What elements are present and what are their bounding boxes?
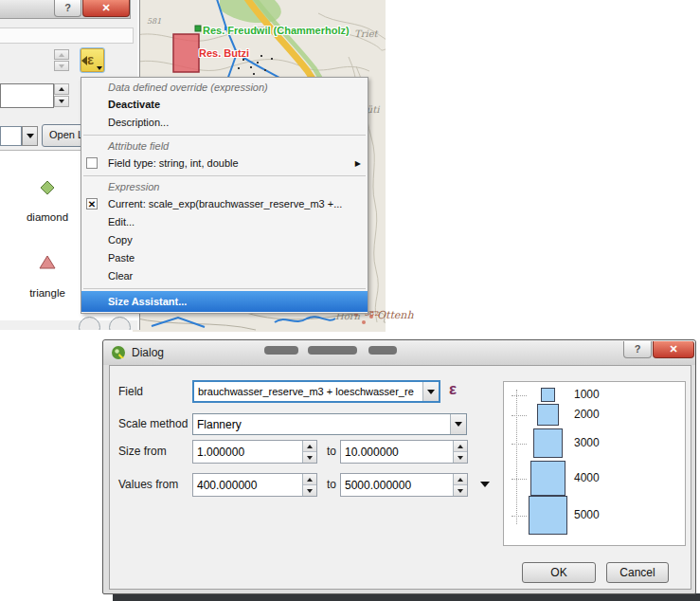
preview-value-label: 3000	[574, 436, 600, 449]
values-from-value: 400.000000	[197, 479, 257, 492]
map-annotation: Triet	[354, 28, 378, 39]
preview-square-1000	[541, 388, 555, 402]
to-label: to	[327, 445, 336, 458]
values-from-label: Values from	[118, 478, 178, 491]
help-button[interactable]: ?	[623, 341, 652, 358]
titlebar-smudge	[368, 346, 397, 355]
menu-item-label: Size Assistant...	[108, 296, 187, 307]
preview-square-2000	[537, 404, 559, 426]
menu-item-label: Current: scale_exp(brauchwasser_reserve_…	[108, 198, 342, 209]
menu-header-expression: Expression	[81, 178, 368, 195]
preview-leader	[512, 395, 527, 396]
preview-value-label: 4000	[574, 471, 600, 484]
preview-square-5000	[529, 496, 567, 535]
menu-item-deactivate[interactable]: Deactivate	[81, 96, 368, 114]
size-from-label: Size from	[118, 445, 167, 458]
menu-header-attribute-field: Attribute field	[81, 137, 368, 155]
screen: Res. Freudwil (Chammerholz)Res. Butzi 58…	[0, 0, 700, 601]
menu-item-label: Clear	[108, 270, 133, 282]
unit-combobox-arrow[interactable]	[22, 126, 38, 146]
override-menu: Data defined override (expression)Deacti…	[81, 77, 368, 314]
titlebar-smudge	[308, 346, 357, 355]
preview-value-label: 5000	[574, 508, 600, 521]
field-combobox-arrow[interactable]	[422, 382, 439, 401]
checked-checkbox[interactable]: ✕	[86, 198, 98, 209]
menu-item-description[interactable]: Description...	[81, 114, 368, 132]
size-from-spinbox[interactable]: 1.000000	[192, 440, 317, 464]
size-spinner-disabled	[54, 49, 69, 72]
menu-item-copy[interactable]: Copy	[81, 231, 368, 249]
data-defined-override-button[interactable]: ε	[80, 47, 105, 73]
unchecked-checkbox[interactable]	[86, 157, 98, 169]
values-to-value: 5000.000000	[345, 479, 411, 492]
values-dropdown-arrow[interactable]	[480, 482, 490, 487]
values-to-spinbox[interactable]: 5000.000000	[340, 473, 468, 497]
chevron-down-icon	[27, 134, 34, 138]
values-from-spinbox[interactable]: 400.000000	[192, 473, 317, 497]
preview-leader	[512, 415, 527, 416]
preview-leader	[512, 516, 527, 517]
size-assistant-dialog: Dialog ? ✕ Field brauchwasser_reserve_m3…	[102, 339, 696, 594]
angle-spinner[interactable]	[54, 83, 69, 108]
menu-item-paste[interactable]: Paste	[81, 249, 368, 267]
menu-item-label: Expression	[108, 181, 159, 192]
dialog-title: Dialog	[132, 346, 164, 359]
field-value: brauchwasser_reserve_m3 + loeschwasser_r…	[198, 386, 414, 397]
close-icon[interactable]: ✕	[653, 341, 694, 358]
menu-item-label: Paste	[108, 252, 135, 264]
to-label: to	[327, 478, 336, 491]
preview-axis	[516, 390, 517, 524]
background-window-edge	[113, 593, 700, 601]
map-station-label: Res. Freudwil (Chammerholz)	[203, 25, 350, 36]
preview-value-label: 1000	[574, 388, 600, 401]
epsilon-icon: ε	[87, 51, 94, 67]
field-label: Field	[118, 385, 143, 398]
preview-square-4000	[530, 461, 565, 496]
map-symbol-green-square	[195, 26, 201, 31]
map-symbol-red-square	[173, 34, 199, 72]
size-to-spinbox[interactable]: 10.000000	[340, 440, 468, 464]
menu-item-field-type-string-int-double[interactable]: Field type: string, int, double▶	[81, 155, 368, 173]
scale-method-value: Flannery	[197, 418, 242, 431]
cancel-button[interactable]: Cancel	[606, 562, 669, 583]
map-station-label: Res. Butzi	[199, 47, 249, 59]
menu-item-label: Field type: string, int, double	[108, 157, 239, 169]
titlebar-smudge	[264, 346, 298, 355]
preview-leader	[512, 479, 527, 480]
scale-method-label: Scale method	[118, 417, 188, 430]
map-annotation: Ottenh	[377, 309, 414, 321]
dropdown-arrow-icon	[97, 66, 102, 70]
size-to-value: 10.000000	[345, 446, 399, 459]
field-strip	[0, 27, 134, 44]
menu-item-clear[interactable]: Clear	[81, 267, 368, 285]
close-icon[interactable]: ✕	[82, 0, 130, 17]
menu-item-label: Edit...	[108, 216, 135, 228]
menu-item-size-assistant[interactable]: Size Assistant...	[81, 291, 368, 312]
menu-item-label: Deactivate	[108, 99, 160, 110]
map-annotation: 581	[147, 17, 161, 26]
ok-button[interactable]: OK	[522, 562, 596, 583]
expression-epsilon-icon[interactable]: ε	[449, 380, 457, 399]
preview-value-label: 2000	[574, 408, 600, 421]
dialog-content: Field brauchwasser_reserve_m3 + loeschwa…	[109, 365, 691, 590]
preview-square-3000	[533, 428, 563, 458]
angle-field[interactable]	[0, 83, 54, 108]
menu-header-data-defined-override-expression: Data defined override (expression)	[81, 79, 368, 96]
diamond-icon[interactable]	[40, 180, 55, 195]
field-combobox[interactable]: brauchwasser_reserve_m3 + loeschwasser_r…	[192, 380, 440, 403]
preview-leader	[512, 444, 527, 445]
help-button[interactable]: ?	[54, 0, 81, 17]
qgis-logo-icon	[111, 345, 126, 360]
size-preview-panel: 10002000300040005000	[503, 381, 686, 546]
menu-item-current-scale-exp-brauchwasser-reserve-m3[interactable]: ✕Current: scale_exp(brauchwasser_reserve…	[81, 195, 368, 213]
menu-item-label: Copy	[108, 234, 133, 246]
scale-method-combobox[interactable]: Flannery	[192, 413, 467, 435]
triangle-icon[interactable]	[39, 254, 56, 269]
menu-item-label: Description...	[108, 117, 169, 128]
size-from-value: 1.000000	[197, 446, 244, 459]
dialog-titlebar[interactable]: Dialog ? ✕	[103, 340, 695, 365]
menu-item-edit[interactable]: Edit...	[81, 213, 368, 231]
scale-method-combobox-arrow[interactable]	[450, 414, 466, 434]
unit-combobox[interactable]	[0, 126, 22, 146]
submenu-arrow-icon: ▶	[355, 155, 361, 173]
